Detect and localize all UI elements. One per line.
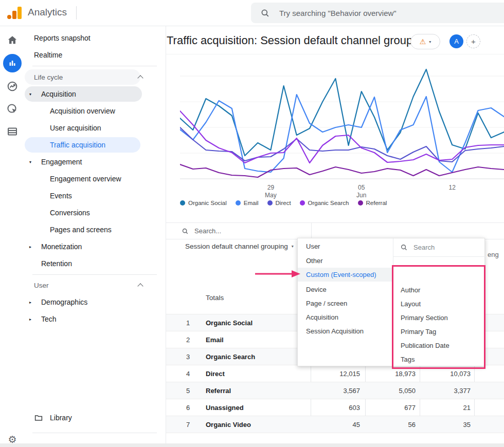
chart-series-referral [180, 164, 504, 177]
custom-dimension-item[interactable]: Primary Tag [393, 325, 485, 339]
sidebar-item-label: Pages and screens [50, 226, 112, 234]
table-search-input[interactable] [193, 227, 288, 235]
line-chart [180, 57, 504, 182]
warning-icon: ⚠ [420, 38, 426, 45]
dimension-menu-item[interactable]: User [298, 239, 393, 253]
table-row: 4Direct12,01518,97310,073 [166, 365, 504, 382]
sidebar-item-library[interactable]: Library [25, 410, 166, 425]
dimension-menu-item[interactable]: Session Acquisition [298, 324, 393, 338]
sidebar-item-pages-and-screens[interactable]: Pages and screens [25, 222, 166, 237]
custom-dimension-search[interactable] [393, 238, 485, 257]
custom-dimension-item[interactable]: Publication Date [393, 339, 485, 352]
partial-column-header: eng [488, 251, 499, 258]
totals-label: Totals [206, 294, 224, 302]
sidebar-item-monetization[interactable]: ▸ Monetization [25, 239, 166, 254]
metric-value: 21 [463, 404, 471, 412]
sidebar-item-user-acquisition[interactable]: User acquisition [25, 120, 166, 136]
sidebar-item-label: Acquisition overview [50, 107, 115, 115]
channel-name: Direct [206, 370, 225, 378]
home-icon[interactable] [0, 34, 25, 46]
channel-name: Referral [206, 387, 231, 395]
sidebar-item-label: Engagement [41, 158, 82, 166]
sidebar-item-traffic-acquisition[interactable]: Traffic acquisition [25, 137, 140, 153]
sidebar-item-demographics[interactable]: ▸ Demographics [25, 294, 166, 310]
explore-icon[interactable] [0, 80, 25, 92]
dimension-selector[interactable]: Session default channel grouping ▾ [185, 243, 294, 250]
chevron-up-icon [137, 75, 143, 81]
caret-down-icon: ▾ [292, 244, 294, 249]
sidebar-section-life-cycle[interactable]: Life cycle [25, 69, 140, 85]
metric-value: 677 [404, 404, 416, 412]
legend-dot-icon [236, 200, 241, 206]
sidebar-divider [32, 274, 157, 275]
sidebar-item-label: Engagement overview [50, 175, 121, 183]
sidebar-item-engagement[interactable]: ▾ Engagement [25, 154, 166, 170]
avatar[interactable]: A [449, 34, 463, 48]
sidebar-item-tech[interactable]: ▸ Tech [25, 311, 166, 327]
global-search-bar[interactable] [251, 3, 504, 23]
global-search-input[interactable] [278, 8, 476, 18]
channel-name: Organic Social [206, 319, 253, 327]
settings-gear-icon[interactable]: ⚙ [0, 434, 25, 444]
chart-series-organic-social [180, 69, 504, 156]
configure-icon[interactable] [0, 125, 25, 138]
legend-item: Organic Search [300, 200, 349, 206]
sidebar-item-label: Monetization [41, 243, 82, 251]
sidebar-item-engagement-overview[interactable]: Engagement overview [25, 171, 166, 187]
analytics-logo-icon[interactable] [7, 6, 23, 20]
channel-name: Email [206, 336, 224, 344]
channel-name: Organic Video [206, 421, 251, 429]
sidebar-divider [32, 66, 157, 66]
sidebar-item-realtime[interactable]: Realtime [25, 47, 166, 63]
channel-name: Unassigned [206, 404, 244, 412]
sidebar-item-label: Retention [41, 259, 72, 268]
metric-value: 603 [349, 404, 360, 412]
custom-dimension-item[interactable]: Layout [393, 297, 485, 311]
dimension-menu-item[interactable]: Device [298, 283, 393, 296]
analytics-app: Analytics ⚙ Reports snapshot Realtime [0, 0, 504, 447]
legend-label: Email [244, 200, 259, 206]
legend-label: Organic Social [188, 200, 227, 206]
dimension-menu-item[interactable]: Acquisition [298, 310, 393, 324]
custom-dimension-item[interactable]: Primary Section [393, 311, 485, 325]
custom-dimension-item[interactable]: Author [393, 283, 485, 297]
dimension-menu-item[interactable]: Other [298, 254, 393, 268]
advertising-icon[interactable] [0, 103, 25, 115]
table-row: 5Referral3,5675,0503,377 [166, 382, 504, 399]
top-header: Analytics [0, 0, 504, 26]
sidebar-item-label: Tech [41, 315, 57, 323]
sidebar-item-label: Reports snapshot [34, 34, 91, 42]
metric-value: 10,073 [450, 370, 471, 378]
dimension-menu-item[interactable]: Page / screen [298, 296, 393, 310]
sidebar-section-user[interactable]: User [25, 277, 166, 293]
main-content: Traffic acquisition: Session default cha… [166, 26, 504, 447]
sidebar-item-acquisition-overview[interactable]: Acquisition overview [25, 103, 166, 119]
page-title: Traffic acquisition: Session default cha… [167, 34, 428, 47]
sidebar-item-label: Conversions [50, 209, 90, 217]
custom-dimension-item[interactable]: Tags [393, 352, 485, 366]
sidebar-item-label: Library [50, 414, 72, 422]
sidebar-item-acquisition[interactable]: ▾ Acquisition [25, 86, 142, 102]
dimension-menu-item[interactable]: Custom (Event-scoped) [298, 268, 393, 282]
title-divider [166, 54, 504, 54]
metric-value: 56 [408, 421, 416, 429]
legend-dot-icon [358, 200, 363, 206]
sidebar-item-conversions[interactable]: Conversions [25, 205, 166, 220]
sidebar-item-label: Traffic acquisition [50, 141, 105, 149]
sidebar-item-reports-snapshot[interactable]: Reports snapshot [25, 30, 166, 46]
app-name: Analytics [28, 7, 67, 18]
row-rank: 4 [186, 370, 190, 378]
chevron-up-icon [137, 283, 143, 289]
sidebar-item-retention[interactable]: Retention [25, 256, 166, 271]
x-tick: 05Jun [356, 184, 366, 199]
data-quality-button[interactable]: ⚠ ▾ [410, 34, 440, 49]
metric-value: 35 [463, 421, 471, 429]
plus-icon: + [471, 37, 476, 46]
legend-item: Organic Social [180, 200, 227, 206]
custom-dimension-search-input[interactable] [412, 243, 481, 252]
metric-value: 18,973 [395, 370, 416, 378]
reports-icon[interactable] [3, 54, 22, 72]
sidebar-item-events[interactable]: Events [25, 188, 166, 203]
legend-item: Email [236, 200, 259, 206]
add-comparison-button[interactable]: + [466, 34, 480, 48]
